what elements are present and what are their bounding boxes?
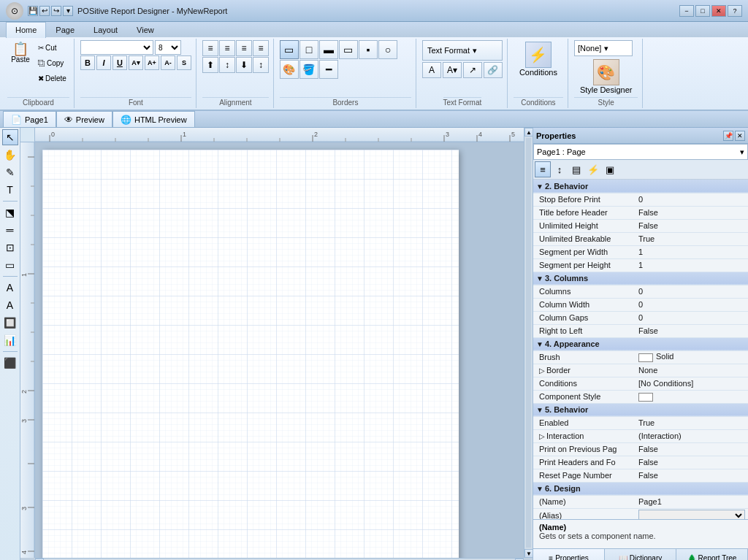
props-close-btn[interactable]: ✕ <box>735 131 745 141</box>
prop-value[interactable]: False <box>636 456 748 469</box>
increase-font-button[interactable]: A+ <box>145 55 159 70</box>
tf-btn2[interactable]: A▾ <box>443 62 462 78</box>
align-bottom-button[interactable]: ⬇ <box>236 57 252 73</box>
prop-value[interactable]: True <box>636 232 748 245</box>
prop-value[interactable]: 0 <box>636 311 748 324</box>
copy-button[interactable]: ⿻ Copy <box>35 55 69 70</box>
tool-chart[interactable]: 📊 <box>2 332 18 348</box>
italic-button[interactable]: I <box>96 55 111 70</box>
scroll-thumb-v[interactable] <box>526 138 531 548</box>
tool-rect[interactable]: ⊡ <box>2 239 18 256</box>
cut-button[interactable]: ✂ Cut <box>35 40 69 55</box>
shape-rect-btn[interactable]: ▭ <box>280 40 299 59</box>
delete-button[interactable]: ✖ Delete <box>35 71 69 85</box>
prop-value[interactable]: 1 <box>636 245 748 258</box>
prop-value[interactable]: (Interaction) <box>636 429 748 442</box>
prop-value[interactable]: True <box>636 416 748 429</box>
help-btn[interactable]: ? <box>728 5 742 17</box>
prop-value[interactable]: Page1 <box>636 495 748 508</box>
scroll-up-arrow[interactable]: ▲ <box>524 128 533 137</box>
prop-value[interactable]: Solid <box>636 350 748 364</box>
props-page-btn[interactable]: ▤ <box>568 161 584 177</box>
close-btn[interactable]: ✕ <box>711 5 726 17</box>
props-sorted-btn[interactable]: ↕ <box>552 161 568 177</box>
tab-layout[interactable]: Layout <box>84 22 127 37</box>
bottom-tab-report-tree[interactable]: 🌲 Report Tree <box>676 549 748 560</box>
tab-view[interactable]: View <box>127 22 164 37</box>
bottom-tab-properties[interactable]: ≡ Properties <box>533 549 605 560</box>
shape-ellipse-btn[interactable]: ○ <box>378 40 397 59</box>
border-color-btn[interactable]: 🎨 <box>280 60 299 79</box>
tool-rich-text[interactable]: A <box>2 297 18 313</box>
bold-button[interactable]: B <box>80 55 95 70</box>
section-columns[interactable]: ▼3. Columns <box>533 272 748 285</box>
prop-value[interactable] <box>636 508 748 519</box>
section-design[interactable]: ▼6. Design <box>533 482 748 495</box>
bottom-tab-dictionary[interactable]: 📖 Dictionary <box>605 549 676 560</box>
prop-value[interactable]: 0 <box>636 298 748 311</box>
properties-selector[interactable]: Page1 : Page ▾ <box>533 144 748 160</box>
doc-tab-preview[interactable]: 👁 Preview <box>56 111 112 127</box>
align-justify-button[interactable]: ≡ <box>253 40 269 56</box>
props-pin-btn[interactable]: 📌 <box>723 131 733 141</box>
style-designer-button[interactable]: 🎨 Style Designer <box>574 58 638 96</box>
align-top-button[interactable]: ⬆ <box>202 57 218 73</box>
conditions-button[interactable]: ⚡ Conditions <box>514 40 563 78</box>
shape-line-h-btn[interactable]: ▬ <box>319 40 338 59</box>
vertical-scrollbar[interactable]: ▲ ▼ <box>524 128 533 558</box>
tf-btn3[interactable]: ↗ <box>463 62 482 78</box>
font-color-button[interactable]: A▾ <box>129 55 143 70</box>
prop-value[interactable] <box>636 390 748 403</box>
doc-tab-page1[interactable]: 📄 Page1 <box>3 111 56 127</box>
undo-quick-btn[interactable]: ↩ <box>39 6 50 16</box>
text-format-dropdown[interactable]: Text Format ▾ <box>422 40 503 61</box>
font-name-select[interactable] <box>80 40 153 55</box>
more-quick-btn[interactable]: ▾ <box>63 6 73 16</box>
tool-select[interactable]: ↖ <box>2 129 18 145</box>
tool-shape[interactable]: ⬔ <box>2 204 18 220</box>
shape-rect2-btn[interactable]: □ <box>299 40 318 59</box>
style-none-dropdown[interactable]: [None] ▾ <box>574 40 633 56</box>
restore-btn[interactable]: □ <box>695 5 710 17</box>
minimize-btn[interactable]: − <box>679 5 694 17</box>
line-spacing-button[interactable]: ↕ <box>253 57 269 73</box>
border-weight-btn[interactable]: ━ <box>319 60 338 79</box>
doc-tab-html-preview[interactable]: 🌐 HTML Preview <box>112 111 195 127</box>
prop-value[interactable]: 1 <box>636 258 748 272</box>
props-something-btn[interactable]: ▣ <box>602 161 618 177</box>
tool-barcode[interactable]: ⬛ <box>2 355 18 371</box>
prop-value[interactable]: False <box>636 324 748 337</box>
fill-color-btn[interactable]: 🪣 <box>299 60 318 79</box>
save-quick-btn[interactable]: 💾 <box>28 6 38 16</box>
prop-value[interactable]: False <box>636 469 748 482</box>
decrease-font-button[interactable]: A- <box>161 55 175 70</box>
tab-home[interactable]: Home <box>6 22 46 38</box>
shape-rounded-btn[interactable]: ▭ <box>339 40 358 59</box>
prop-value[interactable]: False <box>636 206 748 219</box>
tf-btn4[interactable]: 🔗 <box>484 62 503 78</box>
prop-value[interactable]: 0 <box>636 193 748 206</box>
prop-value[interactable]: 0 <box>636 285 748 298</box>
tool-pan[interactable]: ✋ <box>2 147 18 163</box>
tool-text[interactable]: T <box>2 182 18 198</box>
tab-page[interactable]: Page <box>46 22 84 37</box>
props-events-btn[interactable]: ⚡ <box>585 161 601 177</box>
prop-value[interactable]: None <box>636 364 748 377</box>
align-middle-button[interactable]: ↕ <box>219 57 235 73</box>
shape-shadow-btn[interactable]: ▪ <box>359 40 378 59</box>
alias-select[interactable] <box>638 510 745 520</box>
section-appearance[interactable]: ▼4. Appearance <box>533 337 748 350</box>
align-right-button[interactable]: ≡ <box>236 40 252 56</box>
tool-table[interactable]: 🔲 <box>2 315 18 331</box>
strikethrough-button[interactable]: S <box>177 55 191 70</box>
font-size-select[interactable]: 8 <box>155 40 181 55</box>
underline-button[interactable]: U <box>112 55 127 70</box>
tool-label[interactable]: A <box>2 280 18 296</box>
align-center-button[interactable]: ≡ <box>219 40 235 56</box>
align-left-button[interactable]: ≡ <box>202 40 218 56</box>
prop-value[interactable]: False <box>636 442 748 456</box>
section-behavior[interactable]: ▼2. Behavior <box>533 180 748 193</box>
tool-line[interactable]: ═ <box>2 222 18 238</box>
props-categorized-btn[interactable]: ≡ <box>535 161 551 177</box>
tool-draw[interactable]: ✎ <box>2 164 18 180</box>
